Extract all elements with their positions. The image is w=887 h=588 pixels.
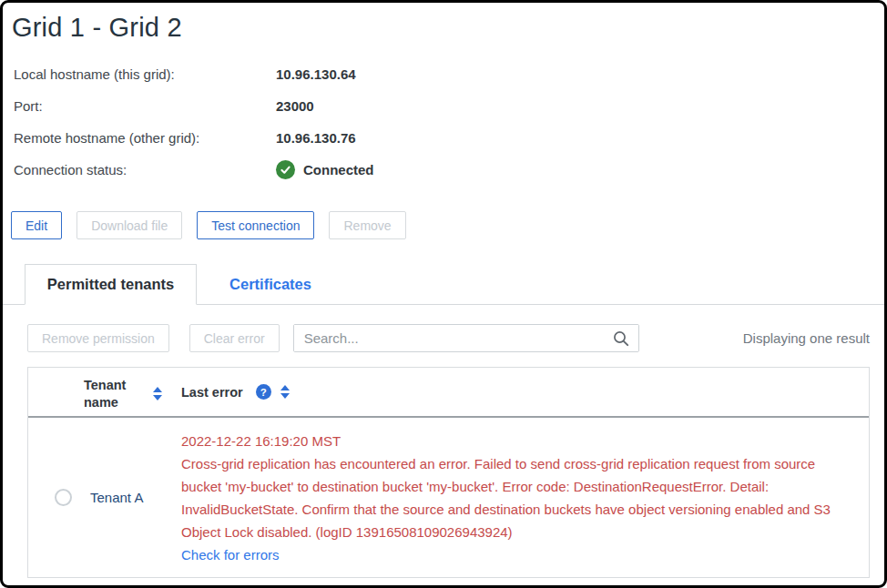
detail-label: Connection status: (14, 162, 276, 177)
column-label: Tenant name (84, 377, 133, 411)
remove-permission-button[interactable]: Remove permission (27, 324, 169, 352)
sort-icon[interactable] (153, 387, 162, 400)
error-message: Cross-grid replication has encountered a… (181, 452, 848, 543)
tab-certificates[interactable]: Certificates (197, 264, 344, 304)
tenant-name-link[interactable]: Tenant A (84, 490, 143, 505)
detail-local-hostname: Local hostname (this grid): 10.96.130.64 (14, 65, 884, 83)
detail-value: 10.96.130.76 (276, 130, 356, 146)
status-badge: Connected (276, 160, 374, 179)
search-icon[interactable] (612, 329, 630, 351)
tenant-toolbar: Remove permission Clear error Displaying… (27, 324, 870, 352)
detail-remote-hostname: Remote hostname (other grid): 10.96.130.… (14, 128, 884, 147)
app-window: Grid 1 - Grid 2 Local hostname (this gri… (0, 0, 887, 588)
connection-details: Local hostname (this grid): 10.96.130.64… (14, 65, 884, 178)
tenant-cell: Tenant A (84, 490, 181, 506)
tenant-select-radio[interactable] (55, 489, 72, 506)
error-timestamp: 2022-12-22 16:19:20 MST (181, 430, 848, 452)
detail-port: Port: 23000 (14, 96, 884, 115)
tab-permitted-tenants[interactable]: Permitted tenants (25, 264, 197, 305)
detail-label: Local hostname (this grid): (14, 66, 276, 82)
check-for-errors-link[interactable]: Check for errors (181, 543, 280, 566)
status-text: Connected (303, 162, 374, 177)
table-header-row: Tenant name Last error ? (28, 368, 869, 418)
detail-label: Remote hostname (other grid): (14, 130, 276, 146)
check-circle-icon (276, 160, 295, 179)
sort-icon[interactable] (280, 385, 290, 399)
header-last-error: Last error ? (181, 384, 869, 400)
test-connection-button[interactable]: Test connection (197, 211, 314, 239)
action-buttons: Edit Download file Test connection Remov… (11, 211, 884, 239)
detail-value: 10.96.130.64 (276, 66, 356, 82)
tab-bar: Permitted tenants Certificates (3, 264, 884, 305)
clear-error-button[interactable]: Clear error (189, 324, 280, 352)
page-title: Grid 1 - Grid 2 (12, 13, 884, 43)
download-file-button[interactable]: Download file (76, 211, 182, 239)
search-box (293, 324, 639, 352)
radio-cell (28, 489, 84, 506)
help-icon[interactable]: ? (256, 384, 271, 400)
remove-button[interactable]: Remove (329, 211, 405, 239)
last-error-cell: 2022-12-22 16:19:20 MST Cross-grid repli… (181, 418, 848, 577)
detail-connection-status: Connection status: Connected (14, 160, 884, 178)
permitted-tenants-table: Tenant name Last error ? Tenant A 2022-1… (27, 367, 870, 578)
table-row: Tenant A 2022-12-22 16:19:20 MST Cross-g… (28, 418, 869, 577)
search-input[interactable] (294, 325, 638, 351)
edit-button[interactable]: Edit (11, 211, 62, 239)
results-count-text: Displaying one result (743, 330, 870, 346)
detail-label: Port: (14, 98, 276, 114)
detail-value: 23000 (276, 98, 314, 114)
header-tenant-name: Tenant name (84, 373, 181, 411)
column-label: Last error (181, 385, 243, 400)
